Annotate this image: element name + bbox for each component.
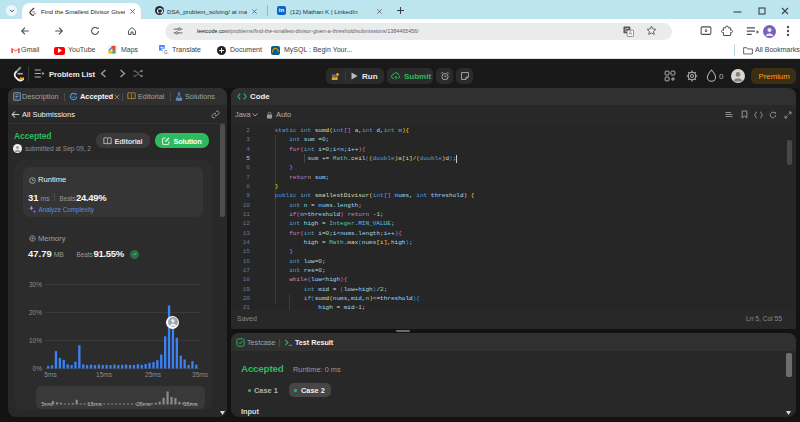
svg-text:20%: 20% (29, 309, 42, 316)
svg-text:25ms: 25ms (136, 401, 151, 407)
svg-text:15ms: 15ms (96, 371, 113, 378)
svg-text:0%: 0% (33, 365, 43, 372)
svg-text:5ms: 5ms (44, 371, 57, 378)
svg-text:10%: 10% (29, 337, 42, 344)
svg-text:35ms: 35ms (192, 371, 209, 378)
svg-text:5ms: 5ms (41, 401, 52, 407)
svg-text:15ms: 15ms (87, 401, 102, 407)
svg-text:30%: 30% (29, 281, 42, 288)
svg-text:25ms: 25ms (145, 371, 162, 378)
svg-text:35ms: 35ms (183, 401, 198, 407)
svg-text:G: G (164, 50, 168, 55)
